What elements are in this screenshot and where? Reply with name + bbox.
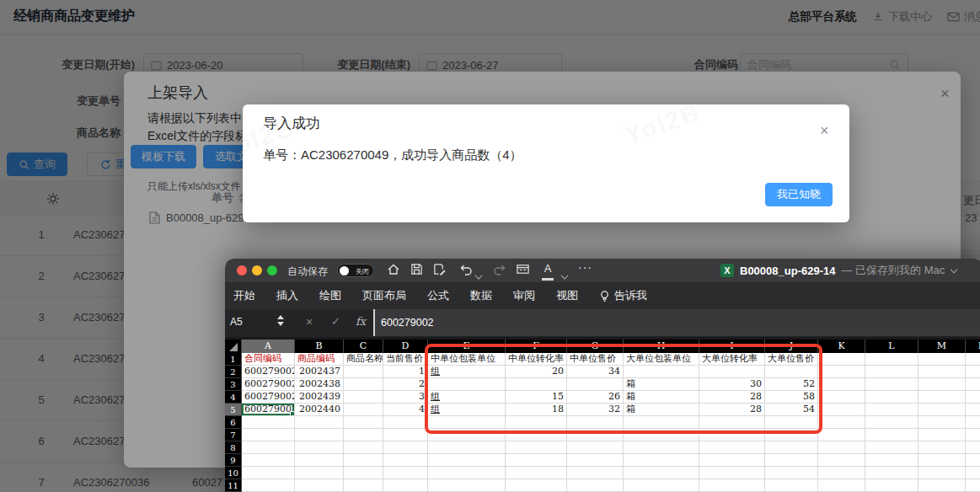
sheet-row-header-11[interactable]: 11: [225, 479, 242, 492]
sheet-cell-L1[interactable]: [865, 353, 918, 366]
sheet-cell-A4[interactable]: 600279002: [242, 391, 295, 404]
font-color-icon[interactable]: A: [542, 263, 554, 281]
sheet-cell-E2[interactable]: 组: [428, 366, 506, 378]
sheet-cell-M11[interactable]: [918, 479, 966, 492]
sheet-cell-J7[interactable]: [765, 429, 818, 441]
sheet-cell-G10[interactable]: [567, 467, 624, 479]
sheet-cell-I8[interactable]: [699, 441, 765, 454]
sheet-cell-H6[interactable]: [624, 416, 699, 429]
sheet-row-header-5[interactable]: 5: [225, 404, 242, 416]
sheet-cell-L10[interactable]: [865, 467, 918, 479]
sheet-cell-G8[interactable]: [567, 441, 624, 454]
confirm-entry-icon[interactable]: ✓: [331, 315, 340, 328]
sheet-cell-I7[interactable]: [699, 429, 765, 441]
sheet-cell-F8[interactable]: [506, 441, 567, 454]
sheet-cell-B11[interactable]: [295, 479, 344, 492]
sheet-cell-G3[interactable]: [567, 378, 624, 391]
sheet-col-header-K[interactable]: K: [818, 340, 865, 353]
sheet-col-header-F[interactable]: F: [506, 340, 567, 353]
sheet-cell-J3[interactable]: 52: [765, 378, 818, 391]
sheet-cell-L5[interactable]: [865, 404, 918, 416]
sheet-cell-E5[interactable]: 组: [428, 404, 506, 416]
ribbon-tab-8[interactable]: 视图: [556, 288, 578, 303]
switch-windows-icon[interactable]: [516, 263, 531, 278]
sheet-cell-F11[interactable]: [506, 479, 567, 492]
sheet-cell-I9[interactable]: [699, 454, 765, 467]
sheet-cell-N9[interactable]: [966, 454, 980, 467]
sheet-row-header-3[interactable]: 3: [225, 378, 242, 391]
ribbon-tab-3[interactable]: 绘图: [319, 288, 341, 303]
sheet-cell-B10[interactable]: [295, 467, 344, 479]
sheet-cell-J9[interactable]: [765, 454, 818, 467]
home-icon[interactable]: [387, 263, 402, 278]
sheet-col-header-A[interactable]: A: [242, 340, 295, 353]
sheet-cell-M2[interactable]: [918, 366, 966, 378]
sheet-cell-A3[interactable]: 600279002: [242, 378, 295, 391]
sheet-cell-J1[interactable]: 大单位售价: [765, 353, 818, 366]
ribbon-tab-4[interactable]: 页面布局: [362, 288, 406, 303]
ribbon-tab-1[interactable]: 开始: [233, 288, 255, 303]
sheet-cell-N10[interactable]: [966, 467, 980, 479]
sheet-cell-E11[interactable]: [428, 479, 506, 492]
sheet-row-header-4[interactable]: 4: [225, 391, 242, 404]
sheet-cell-I6[interactable]: [699, 416, 765, 429]
sheet-cell-E9[interactable]: [428, 454, 506, 467]
sheet-cell-N2[interactable]: [966, 366, 980, 378]
sheet-cell-D8[interactable]: [383, 441, 428, 454]
sheet-col-header-B[interactable]: B: [295, 340, 344, 353]
sheet-cell-F2[interactable]: 20: [506, 366, 567, 378]
sheet-cell-E8[interactable]: [428, 441, 506, 454]
sheet-cell-A9[interactable]: [242, 454, 295, 467]
name-box-stepper[interactable]: [277, 315, 284, 326]
sheet-cell-L9[interactable]: [865, 454, 918, 467]
sheet-cell-H5[interactable]: 箱: [624, 404, 699, 416]
sheet-col-header-E[interactable]: E: [428, 340, 506, 353]
sheet-cell-B6[interactable]: [295, 416, 344, 429]
sheet-cell-F3[interactable]: [506, 378, 567, 391]
sheet-cell-I10[interactable]: [699, 467, 765, 479]
sheet-cell-C3[interactable]: [344, 378, 383, 391]
sheet-cell-K9[interactable]: [818, 454, 865, 467]
sheet-cell-N8[interactable]: [966, 441, 980, 454]
sheet-cell-E6[interactable]: [428, 416, 506, 429]
sheet-cell-H4[interactable]: 箱: [624, 391, 699, 404]
sheet-cell-D11[interactable]: [383, 479, 428, 492]
sheet-cell-F9[interactable]: [506, 454, 567, 467]
sheet-cell-D5[interactable]: 4: [383, 404, 428, 416]
sheet-cell-N4[interactable]: [966, 391, 980, 404]
sheet-cell-N11[interactable]: [966, 479, 980, 492]
sheet-cell-C4[interactable]: [344, 391, 383, 404]
sheet-cell-L8[interactable]: [865, 441, 918, 454]
sheet-col-header-I[interactable]: I: [699, 340, 765, 353]
sheet-cell-L6[interactable]: [865, 416, 918, 429]
sheet-cell-K10[interactable]: [818, 467, 865, 479]
sheet-cell-I1[interactable]: 大单位转化率: [699, 353, 765, 366]
sheet-col-header-M[interactable]: M: [918, 340, 966, 353]
sheet-cell-K8[interactable]: [818, 441, 865, 454]
sheet-cell-G2[interactable]: 34: [567, 366, 624, 378]
sheet-cell-F10[interactable]: [506, 467, 567, 479]
sheet-cell-M5[interactable]: [918, 404, 966, 416]
sheet-cell-E3[interactable]: [428, 378, 506, 391]
sheet-col-header-C[interactable]: C: [344, 340, 383, 353]
sheet-col-header-G[interactable]: G: [567, 340, 624, 353]
sheet-cell-I11[interactable]: [699, 479, 765, 492]
sheet-cell-A10[interactable]: [242, 467, 295, 479]
sheet-cell-H7[interactable]: [624, 429, 699, 441]
sheet-cell-E1[interactable]: 中单位包装单位: [428, 353, 506, 366]
sheet-cell-G1[interactable]: 中单位售价: [567, 353, 624, 366]
sheet-cell-I5[interactable]: 28: [699, 404, 765, 416]
sheet-cell-J5[interactable]: 54: [765, 404, 818, 416]
sheet-cell-G5[interactable]: 32: [567, 404, 624, 416]
sheet-select-all-corner[interactable]: [225, 340, 242, 353]
sheet-row-header-1[interactable]: 1: [225, 353, 242, 366]
sheet-cell-F7[interactable]: [506, 429, 567, 441]
sheet-col-header-L[interactable]: L: [865, 340, 918, 353]
sheet-cell-H9[interactable]: [624, 454, 699, 467]
sheet-cell-H1[interactable]: 大单位包装单位: [624, 353, 699, 366]
ribbon-tab-9[interactable]: 告诉我: [599, 288, 647, 303]
formula-input[interactable]: 600279002: [373, 309, 980, 336]
autosave-toggle[interactable]: 关闭: [337, 264, 374, 277]
sheet-cell-I4[interactable]: 28: [699, 391, 765, 404]
insert-function-icon[interactable]: fx: [356, 315, 366, 328]
